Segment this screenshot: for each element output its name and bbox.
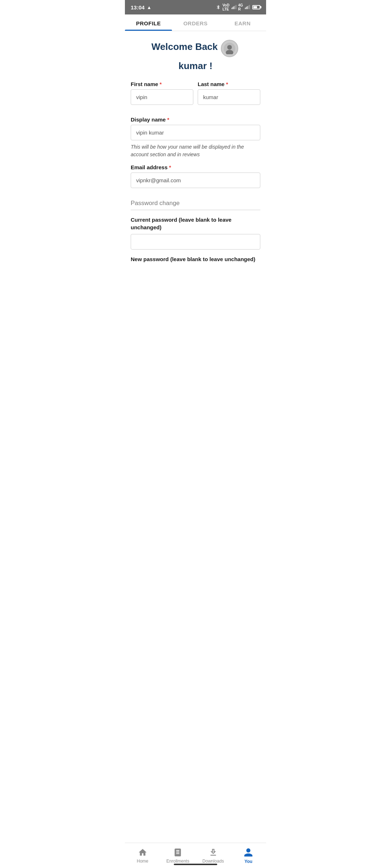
status-icons: VoDLTE 4GR bbox=[216, 3, 260, 11]
first-name-label: First name * bbox=[131, 81, 193, 87]
svg-rect-3 bbox=[235, 5, 235, 9]
last-name-input[interactable] bbox=[198, 89, 260, 105]
last-name-required: * bbox=[226, 81, 228, 87]
network-label: 4GR bbox=[238, 3, 243, 11]
tab-earn[interactable]: EARN bbox=[219, 14, 266, 31]
first-name-input[interactable] bbox=[131, 89, 193, 105]
svg-rect-5 bbox=[245, 8, 246, 9]
profile-form: First name * Last name * Display name * … bbox=[125, 78, 266, 275]
svg-rect-0 bbox=[231, 8, 232, 9]
welcome-line2: kumar ! bbox=[178, 60, 213, 71]
status-bar: 13:04 ▲ VoDLTE 4GR bbox=[125, 0, 266, 14]
warning-icon: ▲ bbox=[147, 5, 151, 10]
name-row: First name * Last name * bbox=[131, 81, 260, 111]
svg-rect-6 bbox=[246, 7, 247, 9]
password-section-title: Password change bbox=[131, 200, 260, 210]
display-name-hint: This will be how your name will be displ… bbox=[131, 143, 260, 158]
current-password-group: Current password (leave blank to leave u… bbox=[131, 216, 260, 250]
email-input[interactable] bbox=[131, 173, 260, 188]
display-name-label: Display name * bbox=[131, 116, 260, 123]
display-name-group: Display name * This will be how your nam… bbox=[131, 116, 260, 158]
svg-rect-8 bbox=[248, 5, 249, 9]
svg-rect-7 bbox=[247, 6, 248, 9]
email-required: * bbox=[169, 164, 171, 170]
new-password-group: New password (leave blank to leave uncha… bbox=[131, 255, 260, 263]
last-name-group: Last name * bbox=[198, 81, 260, 105]
first-name-group: First name * bbox=[131, 81, 193, 105]
display-name-required: * bbox=[167, 116, 169, 123]
vod-icon: VoDLTE bbox=[222, 3, 229, 11]
svg-rect-9 bbox=[249, 5, 250, 9]
top-tabs: PROFILE ORDERS EARN bbox=[125, 14, 266, 31]
welcome-line1: Welcome Back bbox=[151, 41, 218, 52]
avatar bbox=[221, 40, 238, 57]
svg-point-11 bbox=[227, 45, 232, 50]
first-name-required: * bbox=[160, 81, 162, 87]
svg-rect-4 bbox=[236, 5, 236, 9]
email-group: Email address * bbox=[131, 164, 260, 188]
current-password-label: Current password (leave blank to leave u… bbox=[131, 216, 260, 231]
battery-icon bbox=[252, 5, 260, 9]
signal2-icon bbox=[244, 5, 250, 10]
bluetooth-icon bbox=[216, 5, 221, 10]
display-name-input[interactable] bbox=[131, 125, 260, 140]
email-label: Email address * bbox=[131, 164, 260, 170]
current-password-input[interactable] bbox=[131, 234, 260, 250]
last-name-label: Last name * bbox=[198, 81, 260, 87]
status-time: 13:04 ▲ bbox=[131, 4, 151, 10]
svg-rect-2 bbox=[234, 6, 234, 9]
tab-orders[interactable]: ORDERS bbox=[172, 14, 219, 31]
svg-rect-1 bbox=[232, 7, 233, 9]
new-password-label: New password (leave blank to leave uncha… bbox=[131, 255, 260, 263]
welcome-section: Welcome Back kumar ! bbox=[125, 31, 266, 78]
password-section: Password change Current password (leave … bbox=[131, 194, 260, 263]
signal-icon bbox=[231, 5, 237, 10]
tab-profile[interactable]: PROFILE bbox=[125, 14, 172, 31]
